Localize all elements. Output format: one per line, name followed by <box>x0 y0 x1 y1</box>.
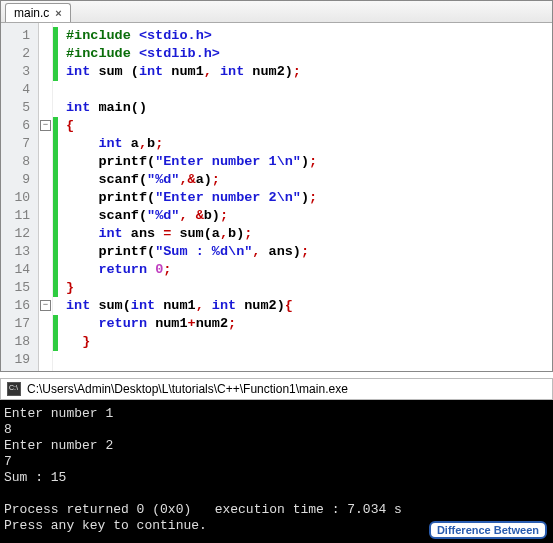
line-number: 5 <box>11 99 30 117</box>
code-line: scanf("%d",&a); <box>66 171 552 189</box>
code-line: printf("Sum : %d\n", ans); <box>66 243 552 261</box>
line-number: 19 <box>11 351 30 369</box>
line-number: 13 <box>11 243 30 261</box>
terminal-icon <box>7 382 21 396</box>
line-number: 10 <box>11 189 30 207</box>
code-line: scanf("%d", &b); <box>66 207 552 225</box>
line-number: 11 <box>11 207 30 225</box>
line-number: 15 <box>11 279 30 297</box>
code-line <box>66 81 552 99</box>
change-marker <box>53 315 58 351</box>
line-number: 12 <box>11 225 30 243</box>
line-number: 4 <box>11 81 30 99</box>
console-path: C:\Users\Admin\Desktop\L\tutorials\C++\F… <box>27 382 348 396</box>
change-marker <box>53 117 58 297</box>
code-line: #include <stdio.h> <box>66 27 552 45</box>
console-title-bar: C:\Users\Admin\Desktop\L\tutorials\C++\F… <box>0 378 553 400</box>
code-line: } <box>66 333 552 351</box>
line-number: 1 <box>11 27 30 45</box>
editor-panel: main.c × 12345678910111213141516171819 −… <box>0 0 553 372</box>
fold-column: −− <box>39 23 53 371</box>
change-marker <box>53 27 58 81</box>
code-line <box>66 351 552 369</box>
code-line: { <box>66 117 552 135</box>
line-number: 9 <box>11 171 30 189</box>
line-number: 16 <box>11 297 30 315</box>
tab-bar: main.c × <box>1 1 552 23</box>
code-line: } <box>66 279 552 297</box>
code-line: return 0; <box>66 261 552 279</box>
line-number: 14 <box>11 261 30 279</box>
code-text[interactable]: #include <stdio.h>#include <stdlib.h>int… <box>58 23 552 371</box>
line-number: 8 <box>11 153 30 171</box>
code-line: int a,b; <box>66 135 552 153</box>
line-number: 17 <box>11 315 30 333</box>
line-number: 18 <box>11 333 30 351</box>
line-number-gutter: 12345678910111213141516171819 <box>1 23 39 371</box>
fold-toggle-icon[interactable]: − <box>40 300 51 311</box>
line-number: 3 <box>11 63 30 81</box>
code-line: printf("Enter number 2\n"); <box>66 189 552 207</box>
code-line: int main() <box>66 99 552 117</box>
code-line: int sum(int num1, int num2){ <box>66 297 552 315</box>
code-line: int ans = sum(a,b); <box>66 225 552 243</box>
change-bar <box>53 23 58 371</box>
line-number: 7 <box>11 135 30 153</box>
file-tab[interactable]: main.c × <box>5 3 71 22</box>
line-number: 2 <box>11 45 30 63</box>
tab-label: main.c <box>14 6 49 20</box>
code-line: int sum (int num1, int num2); <box>66 63 552 81</box>
code-line: #include <stdlib.h> <box>66 45 552 63</box>
watermark-badge: Difference Between <box>429 521 547 539</box>
code-area[interactable]: 12345678910111213141516171819 −− #includ… <box>1 23 552 371</box>
line-number: 6 <box>11 117 30 135</box>
code-line: return num1+num2; <box>66 315 552 333</box>
fold-toggle-icon[interactable]: − <box>40 120 51 131</box>
code-line: printf("Enter number 1\n"); <box>66 153 552 171</box>
close-icon[interactable]: × <box>55 7 61 19</box>
console-panel: C:\Users\Admin\Desktop\L\tutorials\C++\F… <box>0 378 553 543</box>
